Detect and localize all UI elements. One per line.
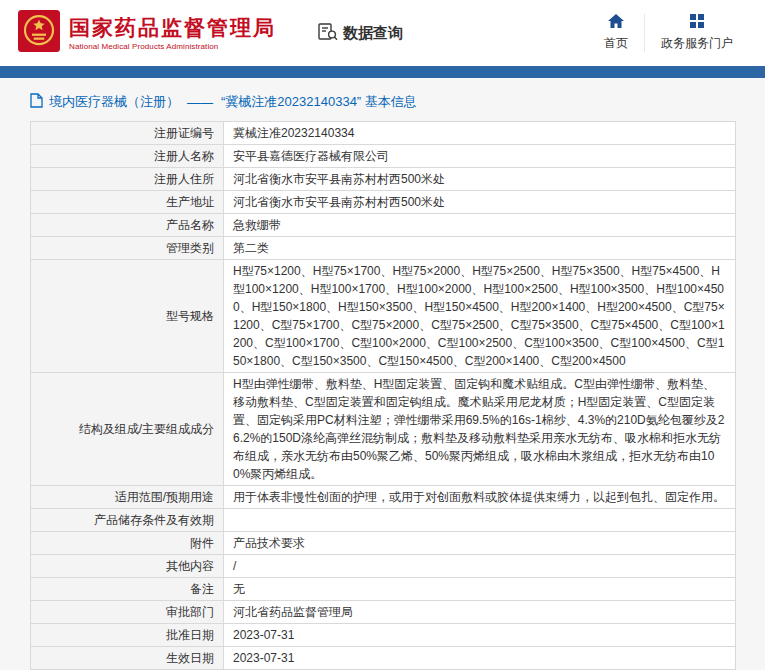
org-name-cn: 国家药品监督管理局	[69, 16, 276, 40]
table-row: 注册人住所河北省衡水市安平县南苏村村西500米处	[31, 168, 736, 191]
document-icon	[30, 93, 43, 111]
row-value: /	[224, 555, 736, 578]
row-value: 河北省衡水市安平县南苏村村西500米处	[224, 168, 736, 191]
table-row: 注册证编号冀械注准20232140334	[31, 122, 736, 145]
data-query-label: 数据查询	[343, 24, 403, 43]
row-label: 附件	[31, 532, 224, 555]
row-label: 型号规格	[31, 260, 224, 373]
row-label: 管理类别	[31, 237, 224, 260]
nav-portal-label: 政务服务门户	[661, 35, 733, 52]
main-content: 境内医疗器械（注册） —— “冀械注准20232140334” 基本信息 注册证…	[0, 93, 765, 670]
nmpa-emblem-logo	[18, 10, 60, 56]
table-row: 生效日期2023-07-31	[31, 647, 736, 670]
header-divider-bar	[0, 66, 765, 78]
row-label: 注册人住所	[31, 168, 224, 191]
table-row: 批准日期2023-07-31	[31, 624, 736, 647]
row-label: 生产地址	[31, 191, 224, 214]
row-value: 安平县嘉德医疗器械有限公司	[224, 145, 736, 168]
row-value: 急救绷带	[224, 214, 736, 237]
data-query-icon	[318, 23, 338, 44]
logo-group: 国家药品监督管理局 National Medical Products Admi…	[18, 10, 276, 56]
nav-home-label: 首页	[604, 35, 628, 52]
row-value: 第二类	[224, 237, 736, 260]
breadcrumb-section-link[interactable]: 境内医疗器械（注册）	[49, 93, 179, 111]
table-row: 适用范围/预期用途用于体表非慢性创面的护理，或用于对创面敷料或胶体提供束缚力，以…	[31, 486, 736, 509]
table-row: 审批部门河北省药品监督管理局	[31, 601, 736, 624]
table-row: 备注无	[31, 578, 736, 601]
row-label: 备注	[31, 578, 224, 601]
nav-portal[interactable]: 政务服务门户	[644, 14, 749, 52]
breadcrumb: 境内医疗器械（注册） —— “冀械注准20232140334” 基本信息	[30, 93, 765, 111]
row-value: 无	[224, 578, 736, 601]
breadcrumb-separator: ——	[187, 95, 213, 110]
row-label: 产品名称	[31, 214, 224, 237]
row-value: 用于体表非慢性创面的护理，或用于对创面敷料或胶体提供束缚力，以起到包扎、固定作用…	[224, 486, 736, 509]
row-value: 产品技术要求	[224, 532, 736, 555]
row-label: 生效日期	[31, 647, 224, 670]
table-row: 产品储存条件及有效期	[31, 509, 736, 532]
row-value: 2023-07-31	[224, 624, 736, 647]
org-name-en: National Medical Products Administration	[69, 42, 276, 51]
row-label: 审批部门	[31, 601, 224, 624]
row-value: 冀械注准20232140334	[224, 122, 736, 145]
header-nav: 首页 政务服务门户	[588, 14, 749, 52]
row-value: 河北省衡水市安平县南苏村村西500米处	[224, 191, 736, 214]
row-label: 结构及组成/主要组成成分	[31, 373, 224, 486]
data-query-title: 数据查询	[318, 23, 403, 44]
table-row: 型号规格H型75×1200、H型75×1700、H型75×2000、H型75×2…	[31, 260, 736, 373]
table-row: 生产地址河北省衡水市安平县南苏村村西500米处	[31, 191, 736, 214]
row-value: 河北省药品监督管理局	[224, 601, 736, 624]
home-icon	[608, 14, 624, 31]
table-row: 结构及组成/主要组成成分H型由弹性绷带、敷料垫、H型固定装置、固定钩和魔术贴组成…	[31, 373, 736, 486]
row-label: 产品储存条件及有效期	[31, 509, 224, 532]
row-value: 2023-07-31	[224, 647, 736, 670]
breadcrumb-current: “冀械注准20232140334” 基本信息	[221, 93, 417, 111]
row-label: 其他内容	[31, 555, 224, 578]
row-label: 注册人名称	[31, 145, 224, 168]
org-names: 国家药品监督管理局 National Medical Products Admi…	[69, 16, 276, 51]
site-header: 国家药品监督管理局 National Medical Products Admi…	[0, 0, 765, 66]
row-value	[224, 509, 736, 532]
nav-home[interactable]: 首页	[588, 14, 644, 52]
table-row: 产品名称急救绷带	[31, 214, 736, 237]
row-value: H型75×1200、H型75×1700、H型75×2000、H型75×2500、…	[224, 260, 736, 373]
table-row: 其他内容/	[31, 555, 736, 578]
portal-grid-icon	[690, 14, 704, 31]
row-label: 适用范围/预期用途	[31, 486, 224, 509]
row-value: H型由弹性绷带、敷料垫、H型固定装置、固定钩和魔术贴组成。C型由弹性绷带、敷料垫…	[224, 373, 736, 486]
table-row: 管理类别第二类	[31, 237, 736, 260]
info-table: 注册证编号冀械注准20232140334注册人名称安平县嘉德医疗器械有限公司注册…	[30, 121, 736, 670]
info-table-body: 注册证编号冀械注准20232140334注册人名称安平县嘉德医疗器械有限公司注册…	[31, 122, 736, 670]
row-label: 批准日期	[31, 624, 224, 647]
row-label: 注册证编号	[31, 122, 224, 145]
table-row: 注册人名称安平县嘉德医疗器械有限公司	[31, 145, 736, 168]
table-row: 附件产品技术要求	[31, 532, 736, 555]
